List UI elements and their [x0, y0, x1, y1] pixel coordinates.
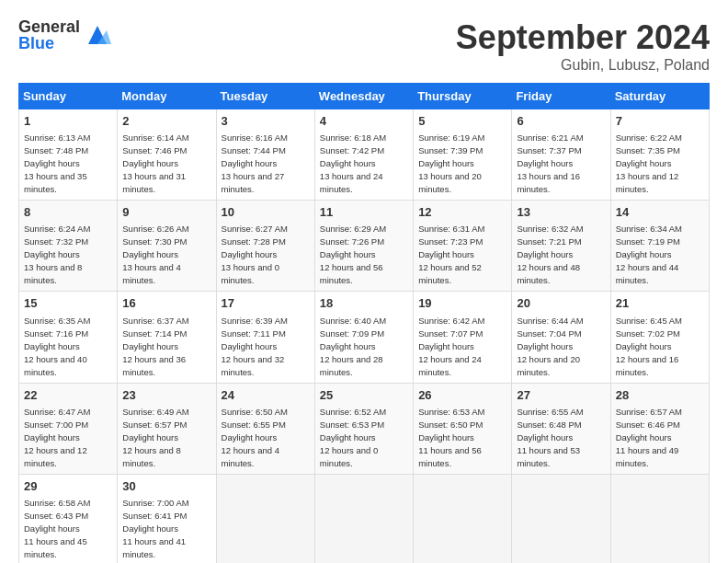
weekday-header: Wednesday — [314, 84, 413, 109]
day-number: 5 — [418, 113, 506, 130]
day-info: Sunrise: 6:49 AMSunset: 6:57 PMDaylight … — [122, 407, 188, 468]
calendar-header-row: SundayMondayTuesdayWednesdayThursdayFrid… — [19, 84, 710, 109]
calendar-day-cell: 29 Sunrise: 6:58 AMSunset: 6:43 PMDaylig… — [19, 474, 118, 563]
day-info: Sunrise: 6:58 AMSunset: 6:43 PMDaylight … — [24, 498, 90, 559]
calendar-day-cell: 24 Sunrise: 6:50 AMSunset: 6:55 PMDaylig… — [216, 383, 314, 474]
day-number: 27 — [517, 387, 605, 404]
day-number: 22 — [24, 387, 112, 404]
day-info: Sunrise: 6:16 AMSunset: 7:44 PMDaylight … — [222, 132, 288, 194]
day-info: Sunrise: 6:35 AMSunset: 7:16 PMDaylight … — [24, 316, 90, 377]
calendar-day-cell: 3 Sunrise: 6:16 AMSunset: 7:44 PMDayligh… — [216, 109, 314, 201]
day-info: Sunrise: 6:55 AMSunset: 6:48 PMDaylight … — [517, 407, 583, 468]
calendar-day-cell: 2 Sunrise: 6:14 AMSunset: 7:46 PMDayligh… — [118, 109, 216, 201]
calendar-day-cell: 4 Sunrise: 6:18 AMSunset: 7:42 PMDayligh… — [314, 109, 413, 201]
logo-blue: Blue — [18, 35, 80, 52]
day-number: 3 — [222, 113, 310, 130]
calendar-day-cell: 21 Sunrise: 6:45 AMSunset: 7:02 PMDaylig… — [610, 292, 709, 383]
day-info: Sunrise: 6:14 AMSunset: 7:46 PMDaylight … — [122, 132, 188, 194]
day-info: Sunrise: 6:53 AMSunset: 6:50 PMDaylight … — [418, 407, 484, 468]
day-number: 13 — [517, 204, 605, 221]
calendar-day-cell: 7 Sunrise: 6:22 AMSunset: 7:35 PMDayligh… — [610, 109, 709, 201]
day-info: Sunrise: 6:45 AMSunset: 7:02 PMDaylight … — [616, 316, 682, 377]
day-number: 25 — [320, 387, 408, 404]
calendar-day-cell: 18 Sunrise: 6:40 AMSunset: 7:09 PMDaylig… — [314, 292, 413, 383]
weekday-header: Saturday — [610, 84, 709, 109]
weekday-header: Sunday — [19, 84, 118, 109]
calendar-week-row: 8 Sunrise: 6:24 AMSunset: 7:32 PMDayligh… — [19, 201, 710, 292]
day-number: 9 — [122, 204, 210, 221]
calendar-day-cell: 22 Sunrise: 6:47 AMSunset: 7:00 PMDaylig… — [19, 383, 118, 474]
calendar-week-row: 29 Sunrise: 6:58 AMSunset: 6:43 PMDaylig… — [19, 474, 710, 563]
calendar-day-cell: 19 Sunrise: 6:42 AMSunset: 7:07 PMDaylig… — [414, 292, 512, 383]
month-title: September 2024 — [456, 18, 710, 57]
day-info: Sunrise: 6:27 AMSunset: 7:28 PMDaylight … — [222, 224, 288, 285]
day-info: Sunrise: 6:39 AMSunset: 7:11 PMDaylight … — [222, 316, 288, 377]
day-number: 11 — [320, 204, 408, 221]
calendar-day-cell: 25 Sunrise: 6:52 AMSunset: 6:53 PMDaylig… — [314, 383, 413, 474]
logo-icon — [84, 21, 111, 49]
day-number: 30 — [122, 478, 210, 495]
day-info: Sunrise: 6:13 AMSunset: 7:48 PMDaylight … — [24, 132, 90, 194]
day-number: 18 — [320, 295, 408, 312]
day-number: 2 — [122, 113, 210, 130]
calendar-day-cell: 28 Sunrise: 6:57 AMSunset: 6:46 PMDaylig… — [610, 383, 709, 474]
calendar-day-cell: 1 Sunrise: 6:13 AMSunset: 7:48 PMDayligh… — [19, 109, 118, 201]
calendar-day-cell — [512, 474, 610, 563]
day-info: Sunrise: 6:22 AMSunset: 7:35 PMDaylight … — [616, 132, 682, 194]
day-info: Sunrise: 6:29 AMSunset: 7:26 PMDaylight … — [320, 224, 386, 285]
day-info: Sunrise: 6:18 AMSunset: 7:42 PMDaylight … — [320, 132, 386, 194]
day-info: Sunrise: 6:37 AMSunset: 7:14 PMDaylight … — [122, 316, 188, 377]
weekday-header: Monday — [118, 84, 216, 109]
weekday-header: Tuesday — [216, 84, 314, 109]
day-info: Sunrise: 6:50 AMSunset: 6:55 PMDaylight … — [222, 407, 288, 468]
day-number: 17 — [222, 295, 310, 312]
day-number: 28 — [616, 387, 704, 404]
calendar-table: SundayMondayTuesdayWednesdayThursdayFrid… — [18, 83, 710, 563]
weekday-header: Friday — [512, 84, 610, 109]
day-info: Sunrise: 6:47 AMSunset: 7:00 PMDaylight … — [24, 407, 90, 468]
calendar-day-cell: 13 Sunrise: 6:32 AMSunset: 7:21 PMDaylig… — [512, 201, 610, 292]
calendar-day-cell: 16 Sunrise: 6:37 AMSunset: 7:14 PMDaylig… — [118, 292, 216, 383]
day-number: 8 — [24, 204, 112, 221]
title-section: September 2024 Gubin, Lubusz, Poland — [456, 18, 710, 74]
day-info: Sunrise: 6:19 AMSunset: 7:39 PMDaylight … — [418, 132, 484, 194]
day-number: 29 — [24, 478, 112, 495]
calendar-day-cell: 15 Sunrise: 6:35 AMSunset: 7:16 PMDaylig… — [19, 292, 118, 383]
day-number: 19 — [418, 295, 506, 312]
calendar-day-cell: 11 Sunrise: 6:29 AMSunset: 7:26 PMDaylig… — [314, 201, 413, 292]
day-number: 10 — [222, 204, 310, 221]
day-info: Sunrise: 6:40 AMSunset: 7:09 PMDaylight … — [320, 316, 386, 377]
calendar-day-cell: 9 Sunrise: 6:26 AMSunset: 7:30 PMDayligh… — [118, 201, 216, 292]
day-info: Sunrise: 6:26 AMSunset: 7:30 PMDaylight … — [122, 224, 188, 285]
calendar-week-row: 22 Sunrise: 6:47 AMSunset: 7:00 PMDaylig… — [19, 383, 710, 474]
day-info: Sunrise: 6:34 AMSunset: 7:19 PMDaylight … — [616, 224, 682, 285]
day-info: Sunrise: 6:32 AMSunset: 7:21 PMDaylight … — [517, 224, 583, 285]
day-number: 15 — [24, 295, 112, 312]
calendar-day-cell: 14 Sunrise: 6:34 AMSunset: 7:19 PMDaylig… — [610, 201, 709, 292]
day-number: 21 — [616, 295, 704, 312]
day-number: 6 — [517, 113, 605, 130]
logo-general: General — [18, 18, 80, 35]
calendar-day-cell — [414, 474, 512, 563]
location: Gubin, Lubusz, Poland — [456, 57, 710, 74]
day-info: Sunrise: 6:44 AMSunset: 7:04 PMDaylight … — [517, 316, 583, 377]
day-number: 7 — [616, 113, 704, 130]
day-number: 4 — [320, 113, 408, 130]
logo: General Blue — [18, 18, 111, 52]
day-info: Sunrise: 6:52 AMSunset: 6:53 PMDaylight … — [320, 407, 386, 468]
calendar-day-cell — [610, 474, 709, 563]
calendar-day-cell: 5 Sunrise: 6:19 AMSunset: 7:39 PMDayligh… — [414, 109, 512, 201]
calendar-day-cell: 27 Sunrise: 6:55 AMSunset: 6:48 PMDaylig… — [512, 383, 610, 474]
calendar-day-cell: 26 Sunrise: 6:53 AMSunset: 6:50 PMDaylig… — [414, 383, 512, 474]
day-number: 23 — [122, 387, 210, 404]
day-info: Sunrise: 6:57 AMSunset: 6:46 PMDaylight … — [616, 407, 682, 468]
page-header: General Blue September 2024 Gubin, Lubus… — [18, 18, 710, 74]
calendar-week-row: 1 Sunrise: 6:13 AMSunset: 7:48 PMDayligh… — [19, 109, 710, 201]
logo-text: General Blue — [18, 18, 80, 52]
day-number: 1 — [24, 113, 112, 130]
calendar-day-cell — [314, 474, 413, 563]
day-number: 26 — [418, 387, 506, 404]
day-info: Sunrise: 6:24 AMSunset: 7:32 PMDaylight … — [24, 224, 90, 285]
calendar-day-cell: 17 Sunrise: 6:39 AMSunset: 7:11 PMDaylig… — [216, 292, 314, 383]
calendar-day-cell: 30 Sunrise: 7:00 AMSunset: 6:41 PMDaylig… — [118, 474, 216, 563]
